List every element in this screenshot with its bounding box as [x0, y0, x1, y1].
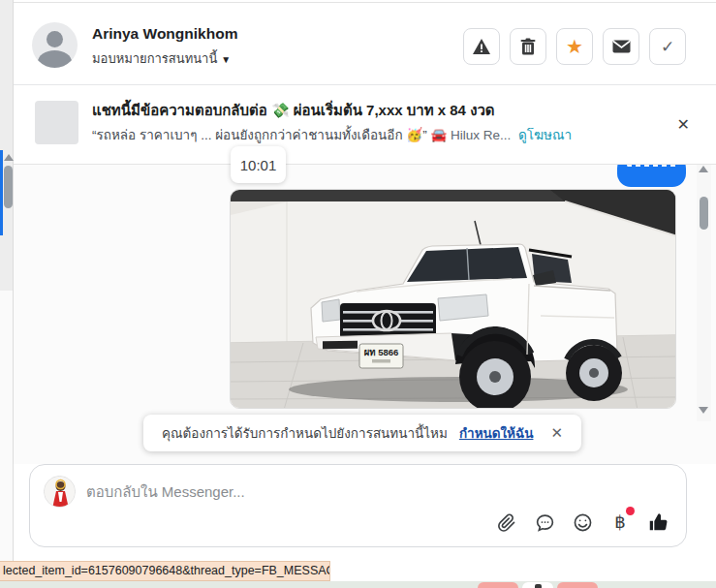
clipped-button-right[interactable]: [557, 582, 598, 588]
contact-avatar[interactable]: [32, 22, 78, 68]
assign-prompt-close-icon[interactable]: ✕: [550, 424, 563, 442]
ad-ref: 🚘 Hilux Re...: [430, 128, 511, 142]
reply-composer: ฿: [29, 464, 687, 547]
chat-scrollbar[interactable]: [697, 158, 711, 421]
scroll-down-icon[interactable]: [699, 407, 708, 414]
baht-payment-icon[interactable]: ฿: [609, 511, 631, 533]
left-scrollbar-up-icon[interactable]: [4, 154, 14, 161]
star-button[interactable]: ★: [556, 28, 593, 65]
ad-quote: “รถหล่อ ราคาเบาๆ ... ผ่อนยังถูกกว่าค่าชา…: [92, 128, 427, 142]
paperclip-icon[interactable]: [496, 511, 517, 533]
ad-banner-subtitle: “รถหล่อ ราคาเบาๆ ... ผ่อนยังถูกกว่าค่าชา…: [92, 124, 572, 145]
chevron-down-icon: ▼: [221, 54, 231, 65]
composer-toolbar: ฿: [496, 511, 669, 533]
view-ad-link[interactable]: ดูโฆษณา: [518, 128, 572, 142]
clipped-button-left[interactable]: [478, 582, 518, 588]
mark-unread-button[interactable]: [603, 28, 639, 65]
assign-to-me-link[interactable]: กำหนดให้ฉัน: [459, 422, 534, 444]
trash-icon: [520, 38, 536, 55]
ad-context-banner: แชทนี้มีข้อความตอบกลับต่อ 💸 ผ่อนเริ่มต้น…: [14, 86, 716, 165]
focus-outline-edge: [0, 150, 3, 235]
assign-prompt-toast: คุณต้องการได้รับการกำหนดไปยังการสนทนานี้…: [143, 415, 581, 451]
license-plate-text: ผท 5866: [364, 347, 399, 357]
bottom-strip: [0, 581, 716, 588]
window-left-edge: [0, 0, 14, 588]
mark-done-button[interactable]: ✓: [649, 28, 686, 65]
scrollbar-thumb[interactable]: [700, 197, 708, 230]
report-warning-icon: [472, 38, 491, 55]
message-timestamp-tooltip: 10:01: [231, 146, 286, 183]
clipped-button-middle[interactable]: [522, 582, 553, 588]
report-button[interactable]: [463, 28, 500, 65]
reply-input[interactable]: [86, 478, 493, 505]
delete-button[interactable]: [510, 28, 546, 65]
ad-banner-title: แชทนี้มีข้อความตอบกลับต่อ 💸 ผ่อนเริ่มต้น…: [92, 99, 495, 122]
banner-close-icon[interactable]: ✕: [677, 115, 690, 134]
page-avatar: [44, 476, 76, 508]
assign-question: คุณต้องการได้รับการกำหนดไปยังการสนทนานี้…: [162, 422, 448, 444]
saved-replies-icon[interactable]: [534, 511, 555, 533]
emoji-icon[interactable]: [572, 511, 593, 533]
like-icon[interactable]: [647, 511, 669, 533]
notification-dot: [626, 507, 635, 515]
ad-thumbnail[interactable]: [35, 101, 78, 144]
car-photo: ผท 5866: [231, 190, 676, 409]
message-photo-attachment[interactable]: ผท 5866: [230, 189, 676, 409]
envelope-icon: [612, 40, 631, 53]
scroll-up-icon[interactable]: [699, 166, 708, 172]
assign-conversation-label: มอบหมายการสนทนานี้: [92, 51, 217, 66]
left-scrollbar-thumb[interactable]: [4, 166, 13, 208]
browser-status-bar: lected_item_id=61576090796648&thread_typ…: [0, 561, 330, 581]
header-action-bar: ★ ✓: [463, 28, 686, 65]
conversation-header: Arinya Wongnikhom มอบหมายการสนทนานี้▼ ★: [14, 2, 716, 85]
contact-name: Arinya Wongnikhom: [92, 25, 237, 43]
star-icon: ★: [566, 37, 583, 56]
assign-conversation-dropdown[interactable]: มอบหมายการสนทนานี้▼: [92, 48, 231, 69]
check-icon: ✓: [661, 37, 674, 57]
page-avatar-image: [45, 477, 76, 508]
